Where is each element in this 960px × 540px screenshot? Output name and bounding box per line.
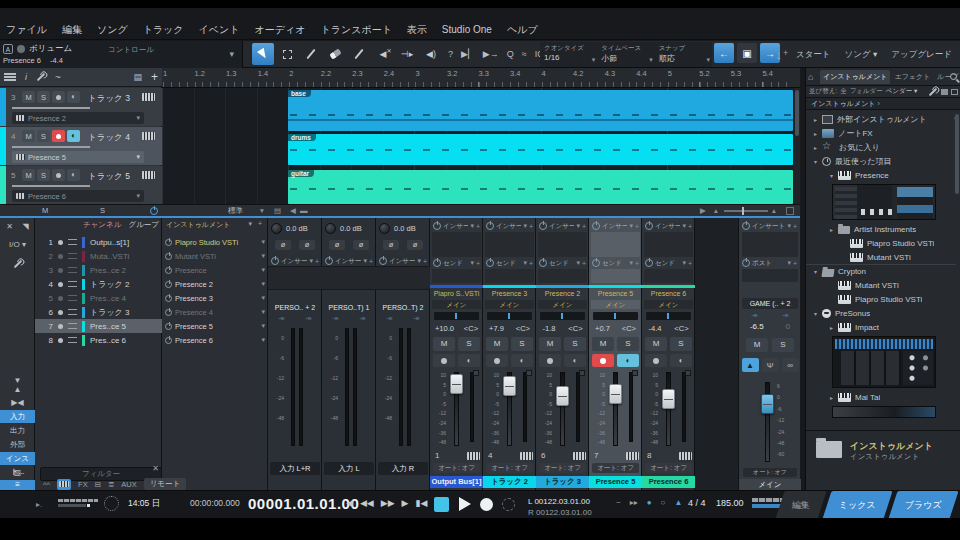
- group-column-header[interactable]: グループ: [128, 220, 159, 230]
- channel-column-header[interactable]: チャンネル: [83, 220, 121, 230]
- record-arm-button[interactable]: [433, 354, 455, 367]
- output-bus-selector[interactable]: メイン: [644, 300, 693, 309]
- main-volume-value[interactable]: -6.5: [750, 322, 764, 331]
- record-arm-button[interactable]: [52, 169, 65, 181]
- input-strip[interactable]: 0.0 dB ø ø インサート ▾ +: [376, 218, 430, 490]
- expand-arrow-icon[interactable]: ▾: [814, 158, 822, 165]
- insert-slots[interactable]: [644, 232, 693, 257]
- help-button[interactable]: ?: [448, 49, 453, 59]
- add-insert-button[interactable]: +: [369, 258, 373, 265]
- chevron-down-icon[interactable]: ▾: [629, 259, 633, 267]
- mixer-bank-tab[interactable]: 外部: [0, 438, 35, 451]
- channel-name[interactable]: Pres..ce 6: [90, 336, 126, 345]
- metronome-icon[interactable]: ▲: [674, 498, 682, 507]
- instrument-row[interactable]: Presence 4 ▾: [162, 305, 268, 319]
- list-view-icon[interactable]: [951, 89, 958, 95]
- channel-active-dot[interactable]: [58, 310, 63, 315]
- tree-item[interactable]: ▾ Presence: [806, 168, 956, 182]
- power-icon[interactable]: [165, 253, 172, 260]
- hamburger-icon[interactable]: ≡: [0, 480, 35, 490]
- vertical-scrollbar[interactable]: [794, 88, 800, 204]
- record-arm-button[interactable]: [52, 91, 65, 103]
- track-volume-bar[interactable]: [12, 185, 90, 187]
- channel-active-dot[interactable]: [58, 296, 63, 301]
- volume-value[interactable]: +10.0: [435, 324, 454, 333]
- chevron-down-icon[interactable]: ▾: [470, 259, 474, 267]
- automation-mode-button[interactable]: オート: オフ: [645, 463, 692, 473]
- mute-button[interactable]: M: [22, 130, 35, 142]
- click-enabled-icon[interactable]: ●: [647, 498, 652, 507]
- record-arm-button[interactable]: [486, 354, 508, 367]
- phase-invert-button[interactable]: ø: [275, 240, 291, 250]
- loop-button[interactable]: [502, 498, 515, 511]
- channel-active-dot[interactable]: [58, 324, 63, 329]
- expand-arrow-icon[interactable]: ▾: [814, 310, 822, 317]
- track-name[interactable]: トラック 4: [88, 132, 130, 144]
- edit-view-button[interactable]: 編集: [776, 491, 827, 518]
- paint-tool-button[interactable]: [348, 43, 370, 65]
- chevron-down-icon[interactable]: ▾: [649, 56, 653, 64]
- pan-value[interactable]: <C>: [464, 324, 478, 333]
- remote-bank-tab[interactable]: リモート: [144, 478, 187, 490]
- phase-invert-button[interactable]: ø: [383, 240, 399, 250]
- automation-value[interactable]: -4.4: [50, 56, 63, 65]
- track-list-icon[interactable]: ▤: [133, 72, 142, 82]
- phase-invert-button[interactable]: ø: [329, 240, 345, 250]
- tree-item[interactable]: ▸ Impact: [806, 320, 956, 334]
- link-icon[interactable]: [632, 370, 638, 376]
- automation-mode-button[interactable]: オート: オフ: [539, 463, 586, 473]
- link-icon[interactable]: [685, 370, 691, 376]
- channel-name[interactable]: Pres..ce 5: [90, 322, 126, 331]
- scroll-handle-icon[interactable]: ▬: [300, 206, 308, 215]
- input-source-label[interactable]: 入力 L+R: [270, 462, 320, 475]
- channel-strip[interactable]: インサート ▾ + センド ▾ + Presence 5 メイン: [589, 218, 642, 490]
- loop-range-display[interactable]: L 00122.03.01.00 R 00122.03.01.00: [528, 496, 592, 518]
- tree-item[interactable]: Piapro Studio VSTi: [806, 292, 956, 306]
- precount-icon[interactable]: ○: [661, 498, 666, 507]
- phase-invert-button[interactable]: ø: [353, 240, 369, 250]
- chevron-down-icon[interactable]: ▾: [309, 257, 313, 265]
- fader-track[interactable]: [560, 372, 565, 446]
- pan-value[interactable]: <C>: [622, 324, 636, 333]
- talkback-mic-icon[interactable]: Ψ: [762, 358, 779, 372]
- keyboard-icon[interactable]: [520, 452, 533, 460]
- channel-name[interactable]: Outpu..s[1]: [90, 238, 129, 247]
- track-height-preset[interactable]: 標準: [228, 206, 243, 216]
- strip-instrument-name[interactable]: Piapro S..VSTi: [430, 290, 483, 297]
- channel-lines-icon[interactable]: [68, 267, 77, 273]
- grid-icon[interactable]: ▤: [274, 206, 281, 215]
- collapse-vertical-icon[interactable]: ▼▲: [0, 376, 35, 394]
- wrench-icon[interactable]: [929, 87, 937, 95]
- instrument-name[interactable]: Mutant VSTi: [175, 252, 258, 261]
- mute-button[interactable]: M: [746, 338, 768, 352]
- main-output-selector[interactable]: GAME (.. + 2: [742, 298, 798, 309]
- snap-group[interactable]: スナップ 順応 ▾: [655, 42, 712, 67]
- time-signature[interactable]: 4 / 4: [688, 498, 706, 508]
- channel-lines-icon[interactable]: [68, 253, 77, 259]
- tree-item[interactable]: ▾ 最近使った項目: [806, 154, 956, 168]
- insert-slots[interactable]: [742, 232, 798, 257]
- previous-marker-button[interactable]: ◀: [346, 498, 353, 508]
- channel-name[interactable]: トラック 2: [90, 279, 129, 290]
- main-fader-cap[interactable]: [761, 394, 774, 414]
- song-button[interactable]: ソング ▾: [845, 49, 878, 61]
- power-icon[interactable]: [271, 257, 279, 265]
- keyboard-icon[interactable]: [626, 452, 639, 460]
- zoom-slider[interactable]: [724, 210, 768, 212]
- scroll-left-icon[interactable]: ◀: [290, 206, 296, 215]
- power-icon[interactable]: [165, 281, 172, 288]
- power-icon[interactable]: [539, 259, 547, 267]
- pan-slider[interactable]: [540, 312, 585, 320]
- tree-item[interactable]: ▸ Artist Instruments: [806, 222, 956, 236]
- volume-value[interactable]: -1.8: [542, 324, 555, 333]
- automation-dropdown-icon[interactable]: ▾: [229, 49, 234, 59]
- instrument-name[interactable]: Piapro Studio VSTi: [175, 238, 258, 247]
- monitor-button[interactable]: ◐: [564, 354, 586, 367]
- channel-lines-icon[interactable]: [68, 309, 77, 315]
- link-icon[interactable]: [526, 370, 532, 376]
- chevron-down-icon[interactable]: ▾: [363, 257, 367, 265]
- chevron-down-icon[interactable]: ▾: [261, 308, 265, 316]
- instrument-name[interactable]: Presence 2: [175, 280, 258, 289]
- eraser-tool-button[interactable]: [324, 43, 346, 65]
- rewind-button[interactable]: ◀◀: [360, 498, 374, 508]
